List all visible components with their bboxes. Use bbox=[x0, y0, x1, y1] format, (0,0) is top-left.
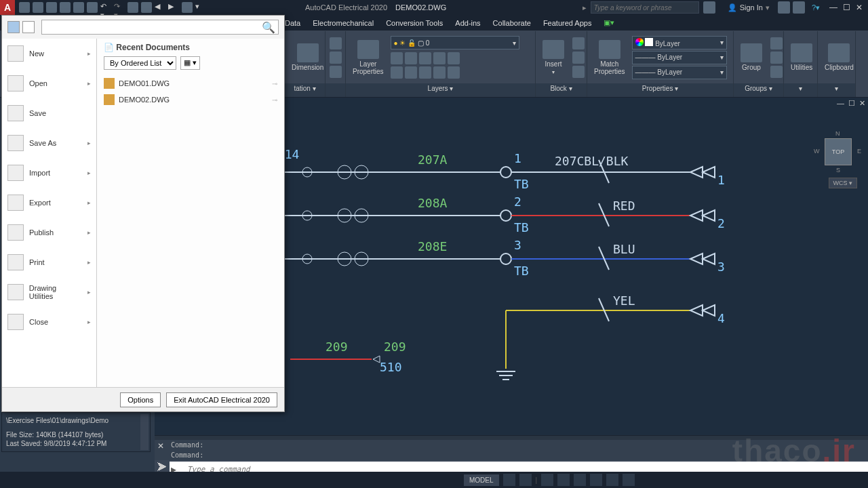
menu-item-open[interactable]: Open▸ bbox=[2, 68, 96, 98]
share-icon[interactable] bbox=[793, 1, 805, 14]
polar-toggle-icon[interactable] bbox=[557, 474, 570, 486]
recent-doc[interactable]: DEMO01.DWG⊸ bbox=[104, 75, 277, 92]
app-logo[interactable]: A bbox=[0, 0, 15, 15]
tab-extra-icon[interactable]: ▣▾ bbox=[604, 18, 614, 27]
view-small-icons-toggle[interactable] bbox=[7, 21, 20, 33]
panel-block-label[interactable]: Block ▾ bbox=[536, 83, 587, 97]
app-store-icon[interactable] bbox=[703, 1, 715, 14]
menu-item-close[interactable]: Close▸ bbox=[2, 307, 96, 337]
linetype-selector[interactable]: ——— ByLayer▾ bbox=[632, 51, 727, 64]
panel-clipboard-dropdown[interactable]: ▾ bbox=[818, 83, 855, 97]
menu-item-publish[interactable]: Publish▸ bbox=[2, 218, 96, 247]
open-icon[interactable] bbox=[33, 2, 43, 13]
wcs-selector[interactable]: WCS ▾ bbox=[829, 178, 858, 188]
close-icon[interactable]: ✕ bbox=[856, 3, 863, 12]
layer-btn-1[interactable] bbox=[391, 52, 403, 64]
layer-btn-10[interactable] bbox=[448, 66, 460, 79]
viewcube[interactable]: N S E W TOP bbox=[818, 131, 859, 172]
arrow-icon[interactable]: ▸ bbox=[583, 3, 587, 12]
tab-conversion-tools[interactable]: Conversion Tools bbox=[386, 19, 443, 27]
panel-properties-label[interactable]: Properties ▾ bbox=[587, 83, 733, 97]
new-icon[interactable] bbox=[19, 2, 30, 13]
tab-data[interactable]: Data bbox=[285, 19, 300, 27]
ortho-toggle-icon[interactable] bbox=[541, 474, 553, 486]
block-btn-2[interactable] bbox=[572, 52, 585, 64]
layer-selector[interactable]: ● ☀ 🔓 ▢ 0▾ bbox=[391, 36, 519, 49]
layer-properties-button[interactable]: Layer Properties bbox=[349, 37, 388, 78]
layer-btn-6[interactable] bbox=[391, 66, 403, 79]
layer-btn-7[interactable] bbox=[405, 66, 417, 79]
save-icon[interactable] bbox=[46, 2, 57, 13]
menu-item-drawing-utilities[interactable]: Drawing Utilities▸ bbox=[2, 277, 96, 307]
table-icon[interactable] bbox=[330, 52, 342, 64]
menu-item-save[interactable]: Save bbox=[2, 98, 96, 128]
viewport-minimize-icon[interactable]: — bbox=[837, 99, 844, 108]
panel-layers-label[interactable]: Layers ▾ bbox=[346, 83, 535, 97]
arrow-left-icon[interactable]: ◀ bbox=[155, 2, 165, 13]
block-btn-3[interactable] bbox=[572, 66, 585, 78]
group-button[interactable]: Group bbox=[736, 41, 766, 74]
sort-selector[interactable]: By Ordered List bbox=[104, 56, 176, 70]
help-icon[interactable]: ?▾ bbox=[812, 3, 820, 12]
panel-groups-label[interactable]: Groups ▾ bbox=[734, 83, 783, 97]
signin-button[interactable]: 👤 Sign In ▾ bbox=[728, 3, 770, 12]
osnap-toggle-icon[interactable] bbox=[574, 474, 586, 486]
insert-button[interactable]: Insert▾ bbox=[538, 37, 568, 78]
viewport-maximize-icon[interactable]: ☐ bbox=[848, 99, 855, 108]
color-selector[interactable]: ByLayer▾ bbox=[632, 36, 727, 49]
options-button[interactable]: Options bbox=[120, 392, 161, 407]
redo-icon[interactable]: ↷ ▾ bbox=[114, 2, 125, 13]
plot-icon[interactable] bbox=[73, 2, 84, 13]
menu-item-save-as[interactable]: Save As▸ bbox=[2, 128, 96, 158]
pin-icon[interactable]: ⊸ bbox=[272, 96, 277, 104]
recent-doc[interactable]: DEMO02.DWG⊸ bbox=[104, 92, 277, 108]
exit-button[interactable]: Exit AutoCAD Electrical 2020 bbox=[166, 392, 277, 407]
group-btn-2[interactable] bbox=[770, 52, 783, 64]
viewport-close-icon[interactable]: ✕ bbox=[859, 99, 865, 108]
grid-icon[interactable] bbox=[330, 66, 342, 78]
tab-electromechanical[interactable]: Electromechanical bbox=[313, 19, 374, 27]
minimize-icon[interactable]: — bbox=[829, 3, 837, 12]
layer-btn-5[interactable] bbox=[448, 52, 460, 64]
maximize-icon[interactable]: ☐ bbox=[843, 3, 850, 12]
grid-toggle-icon[interactable] bbox=[503, 474, 515, 486]
utilities-button[interactable]: Utilities bbox=[787, 41, 816, 74]
view-mode-button[interactable]: ▦ ▾ bbox=[180, 56, 200, 70]
cart-icon[interactable] bbox=[778, 1, 790, 14]
lineweight-toggle-icon[interactable] bbox=[606, 474, 618, 486]
scrollbar[interactable] bbox=[140, 414, 149, 450]
menu-item-import[interactable]: Import▸ bbox=[2, 158, 96, 188]
qat-dropdown-icon[interactable]: ▾ bbox=[195, 2, 206, 13]
group-btn-1[interactable] bbox=[770, 37, 783, 49]
tab-featured-apps[interactable]: Featured Apps bbox=[543, 19, 592, 27]
menu-item-export[interactable]: Export▸ bbox=[2, 188, 96, 218]
layer-btn-8[interactable] bbox=[419, 66, 431, 79]
dimension-button[interactable]: Dimension bbox=[288, 41, 328, 74]
layer-btn-3[interactable] bbox=[419, 52, 431, 64]
tab-addins[interactable]: Add-ins bbox=[455, 19, 480, 27]
saveas-icon[interactable] bbox=[60, 2, 71, 13]
cloud-icon[interactable] bbox=[87, 2, 98, 13]
transparency-toggle-icon[interactable] bbox=[623, 474, 635, 486]
clipboard-button[interactable]: Clipboard bbox=[821, 41, 858, 74]
menu-item-new[interactable]: New▸ bbox=[2, 39, 96, 68]
menu-search-input[interactable]: 🔍 bbox=[41, 20, 279, 35]
snap-toggle-icon[interactable] bbox=[519, 474, 532, 486]
panel-utilities-dropdown[interactable]: ▾ bbox=[784, 83, 817, 97]
model-space-button[interactable]: MODEL bbox=[464, 474, 499, 486]
layer-btn-9[interactable] bbox=[433, 66, 446, 79]
block-btn-1[interactable] bbox=[572, 37, 585, 49]
tool-icon[interactable] bbox=[182, 2, 193, 13]
otrack-toggle-icon[interactable] bbox=[590, 474, 602, 486]
undo-icon[interactable]: ↶ ▾ bbox=[100, 2, 111, 13]
close-cmd-icon[interactable]: ✕ bbox=[157, 441, 164, 451]
folder-icon[interactable] bbox=[141, 2, 152, 13]
match-properties-button[interactable]: Match Properties bbox=[590, 37, 629, 78]
menu-item-print[interactable]: Print▸ bbox=[2, 247, 96, 277]
panel-annotation-label[interactable]: tation ▾ bbox=[285, 83, 325, 97]
layer-btn-2[interactable] bbox=[405, 52, 417, 64]
pin-icon[interactable]: ⊸ bbox=[272, 80, 277, 87]
view-large-icons-toggle[interactable] bbox=[22, 21, 35, 33]
print-icon[interactable] bbox=[127, 2, 138, 13]
arrow-right-icon[interactable]: ▶ bbox=[168, 2, 179, 13]
